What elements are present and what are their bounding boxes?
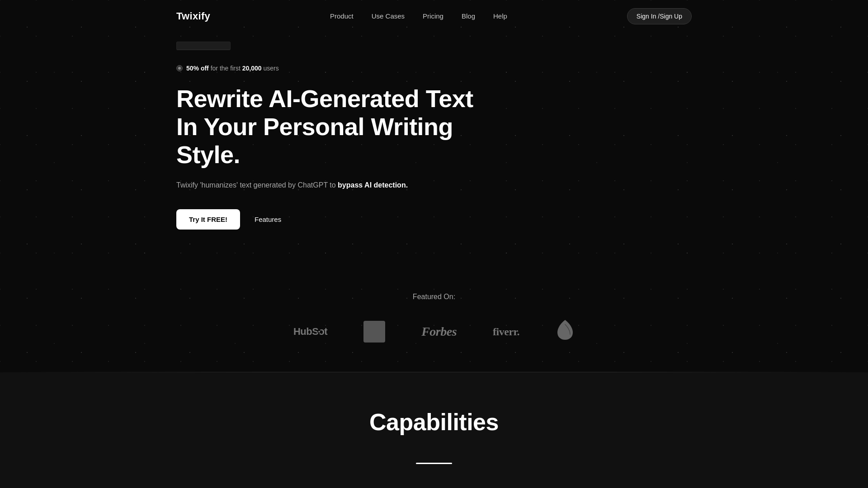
hero-subtext: Twixify 'humanizes' text generated by Ch… [176, 179, 411, 191]
hero-headline: Rewrite AI-Generated Text In Your Person… [176, 84, 493, 169]
features-link[interactable]: Features [255, 216, 281, 223]
fiverr-logo: fiverr. [493, 326, 519, 338]
promo-count: 20,000 [242, 65, 262, 72]
try-free-button[interactable]: Try It FREE! [176, 209, 240, 230]
nav-links: Product Use Cases Pricing Blog Help [330, 12, 507, 20]
hero-tab-active[interactable] [176, 42, 231, 50]
capabilities-tab-bar [176, 463, 692, 464]
featured-label: Featured On: [176, 293, 692, 301]
forbes-logo: Forbes [421, 324, 457, 339]
signin-button[interactable]: Sign In /Sign Up [627, 8, 692, 24]
hero-tab-strip [176, 42, 692, 50]
promo-badge: 50% off for the first 20,000 users [176, 65, 692, 72]
square-logo [363, 321, 385, 343]
nav-link-use-cases[interactable]: Use Cases [372, 12, 405, 20]
cta-buttons: Try It FREE! Features [176, 209, 692, 230]
hubspot-logo: HubSot [293, 326, 327, 338]
brand-logo[interactable]: Twixify [176, 10, 210, 22]
capabilities-tab-indicator [416, 463, 452, 464]
nav-link-help[interactable]: Help [493, 12, 507, 20]
main-nav: Twixify Product Use Cases Pricing Blog H… [0, 0, 868, 33]
capabilities-section: Capabilities [0, 372, 868, 488]
capabilities-heading: Capabilities [176, 408, 692, 436]
mint-logo [556, 319, 575, 345]
promo-text: 50% off for the first 20,000 users [186, 65, 279, 72]
featured-logos: HubSot Forbes fiverr. [176, 319, 692, 345]
hero-section: 50% off for the first 20,000 users Rewri… [0, 33, 868, 293]
promo-percentage: 50% off [186, 65, 209, 72]
featured-section: Featured On: HubSot Forbes fiverr. [0, 293, 868, 372]
nav-link-blog[interactable]: Blog [462, 12, 475, 20]
promo-dot-icon [176, 65, 183, 71]
hero-subtext-bold: bypass AI detection. [338, 181, 408, 189]
nav-link-pricing[interactable]: Pricing [423, 12, 443, 20]
nav-link-product[interactable]: Product [330, 12, 354, 20]
